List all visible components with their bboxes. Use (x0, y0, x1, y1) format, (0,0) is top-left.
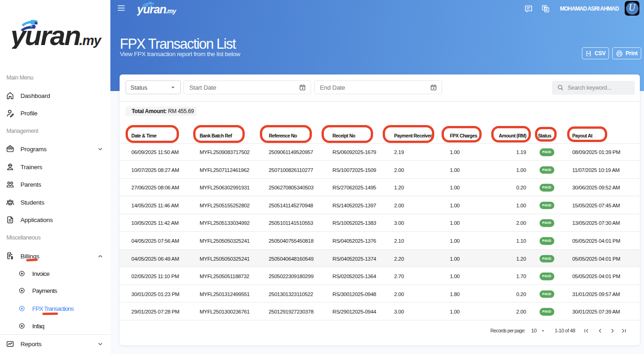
svg-text:yuran: yuran (137, 3, 167, 16)
svg-text:.my: .my (79, 33, 102, 48)
svg-text:csv: csv (587, 52, 591, 55)
svg-text:.my: .my (166, 7, 177, 15)
